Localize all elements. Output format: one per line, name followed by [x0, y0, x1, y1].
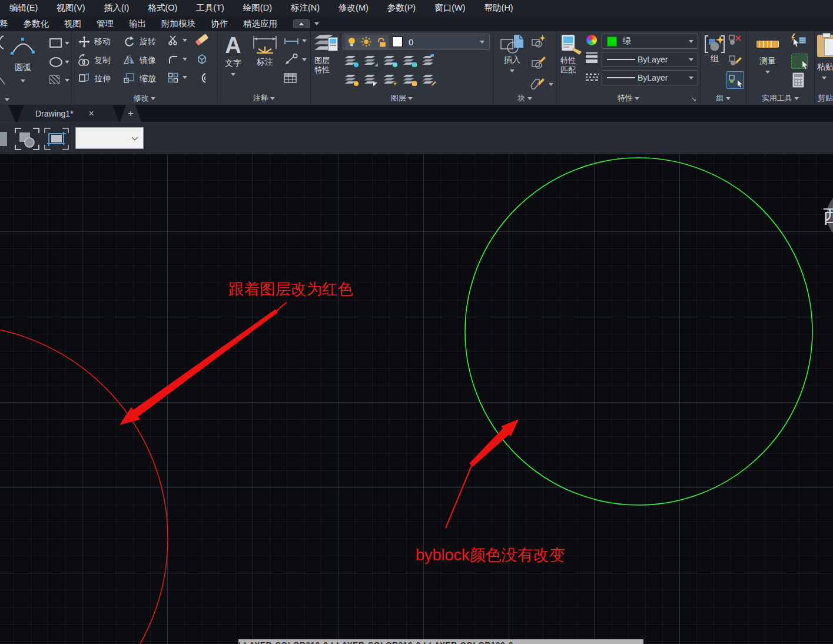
measure-button[interactable]: 测量: [755, 37, 781, 77]
arrow2-to-green-circle[interactable]: [469, 419, 519, 467]
panel-clipboard-label[interactable]: 剪贴: [815, 93, 833, 104]
select-similar-button[interactable]: [791, 54, 808, 69]
rotate-label[interactable]: 旋转: [140, 36, 156, 47]
clip-reference-button[interactable]: [44, 127, 69, 151]
layer-change-button[interactable]: [363, 75, 377, 85]
layer-lock-button[interactable]: [402, 56, 416, 66]
menu-item-help[interactable]: 帮助(H): [475, 2, 523, 14]
tab-parametric[interactable]: 参数化: [16, 18, 57, 29]
layer-match-button[interactable]: [363, 56, 377, 66]
arrow1-to-red-circle[interactable]: [120, 309, 278, 425]
layer-color-swatch[interactable]: [392, 36, 403, 47]
scale-label[interactable]: 缩放: [140, 74, 156, 84]
tab-collaborate[interactable]: 协作: [203, 18, 235, 29]
layer-on-bulb-icon[interactable]: [348, 37, 356, 47]
layer-isolate-button[interactable]: [344, 56, 358, 66]
rectangle-tool-button[interactable]: [49, 38, 62, 48]
make-current-button[interactable]: [422, 56, 436, 66]
tab-featured-apps[interactable]: 精选应用: [235, 18, 285, 29]
panel-utilities-label[interactable]: 实用工具: [746, 93, 814, 104]
trim-caret-icon[interactable]: [182, 39, 187, 42]
panel-block-label[interactable]: 块: [493, 93, 556, 104]
panel-group-label[interactable]: 组: [701, 93, 746, 104]
stretch-label[interactable]: 拉伸: [94, 74, 111, 84]
reference-name-dropdown[interactable]: [75, 127, 144, 149]
annotation-byblock-text[interactable]: byblock颜色没有改变: [416, 546, 565, 564]
group-button[interactable]: 组: [703, 35, 726, 64]
paste-button[interactable]: 粘贴: [817, 35, 833, 83]
tab-annotate-partial[interactable]: 释: [0, 18, 16, 29]
mirror-button[interactable]: [124, 54, 135, 65]
menu-item-draw[interactable]: 绘图(D): [234, 2, 281, 14]
hatch-tool-button[interactable]: [49, 75, 59, 84]
ribbon-collapse-caret-icon[interactable]: [314, 22, 319, 25]
mirror-label[interactable]: 镜像: [140, 55, 156, 66]
menu-item-dimension[interactable]: 标注(N): [281, 2, 329, 14]
edit-block-button[interactable]: [531, 56, 546, 69]
file-tab-drawing1[interactable]: Drawing1* ×: [18, 105, 119, 122]
menu-item-view[interactable]: 视图(V): [47, 2, 94, 14]
linetype-button[interactable]: [586, 74, 599, 81]
text-button[interactable]: A 文字: [225, 32, 241, 79]
trim-button[interactable]: [168, 35, 178, 45]
annotation-layer-text[interactable]: 跟着图层改为红色: [228, 280, 353, 298]
rotate-button[interactable]: [124, 36, 135, 48]
command-strip[interactable]: | LAYER-COLOR210-0 | LAYER-COLOR210-0 | …: [238, 639, 643, 644]
ribbon-collapse-button[interactable]: [293, 19, 310, 28]
properties-launcher-icon[interactable]: ↘: [691, 95, 696, 103]
arrow2-tail[interactable]: [446, 466, 472, 528]
create-block-button[interactable]: [531, 35, 546, 48]
object-color-dropdown[interactable]: 绿: [602, 34, 698, 49]
leader-button[interactable]: [284, 54, 298, 65]
rectangle-caret-icon[interactable]: [65, 42, 69, 45]
copy-label[interactable]: 复制: [94, 55, 111, 66]
partial-toolbar-icon[interactable]: [0, 128, 9, 150]
panel-annotate-label[interactable]: 注释: [218, 93, 310, 104]
panel-properties-label[interactable]: 特性: [557, 93, 700, 104]
linear-dim-button[interactable]: [284, 38, 299, 45]
layer-dropdown-caret-icon[interactable]: [480, 41, 484, 44]
menu-item-insert[interactable]: 插入(I): [95, 2, 139, 14]
layer-freeze-sun-icon[interactable]: [361, 36, 371, 47]
group-selectable-toggle[interactable]: [726, 71, 744, 89]
menu-item-format[interactable]: 格式(O): [138, 2, 187, 14]
tab-manage[interactable]: 管理: [89, 18, 121, 29]
erase-button[interactable]: [195, 37, 208, 42]
ungroup-button[interactable]: [729, 35, 742, 45]
tab-view[interactable]: 视图: [57, 18, 89, 29]
menu-item-parametric[interactable]: 参数(P): [378, 2, 425, 14]
close-tab-icon[interactable]: ×: [89, 108, 94, 119]
edit-attribute-button[interactable]: [530, 77, 545, 91]
edit-reference-button[interactable]: [14, 127, 40, 151]
arrow1-tail[interactable]: [276, 302, 287, 311]
color-wheel-button[interactable]: [586, 35, 597, 45]
scale-button[interactable]: [124, 72, 135, 84]
array-button[interactable]: [168, 72, 179, 84]
fillet-button[interactable]: [168, 54, 178, 65]
layer-unlock-all-button[interactable]: [402, 75, 416, 85]
tab-addins[interactable]: 附加模块: [154, 18, 203, 29]
explode-button[interactable]: [195, 53, 208, 65]
offset-button[interactable]: [196, 72, 208, 84]
layer-walk-button[interactable]: [422, 75, 436, 85]
menu-item-modify[interactable]: 修改(M): [329, 2, 378, 14]
copy-button[interactable]: [78, 54, 90, 66]
layer-properties-button[interactable]: 图层特性: [314, 34, 340, 75]
linear-dim-caret-icon[interactable]: [302, 39, 307, 42]
panel-layers-label[interactable]: 图层: [311, 93, 493, 104]
hatch-caret-icon[interactable]: [65, 79, 69, 82]
calculator-button[interactable]: [792, 72, 804, 88]
partial-tool-icon[interactable]: [0, 35, 7, 50]
lineweight-button[interactable]: [586, 52, 598, 63]
move-label[interactable]: 移动: [94, 36, 111, 47]
insert-block-button[interactable]: 插入: [498, 34, 526, 76]
ellipse-tool-button[interactable]: [49, 57, 62, 67]
layer-dropdown[interactable]: 0: [343, 34, 490, 50]
partial-tool2-icon[interactable]: [0, 74, 6, 87]
green-circle-entity[interactable]: [465, 158, 812, 505]
fillet-caret-icon[interactable]: [182, 58, 187, 61]
move-button[interactable]: [78, 36, 90, 48]
group-edit-button[interactable]: [729, 55, 742, 67]
tab-output[interactable]: 输出: [121, 18, 154, 29]
menu-item-window[interactable]: 窗口(W): [425, 2, 474, 14]
